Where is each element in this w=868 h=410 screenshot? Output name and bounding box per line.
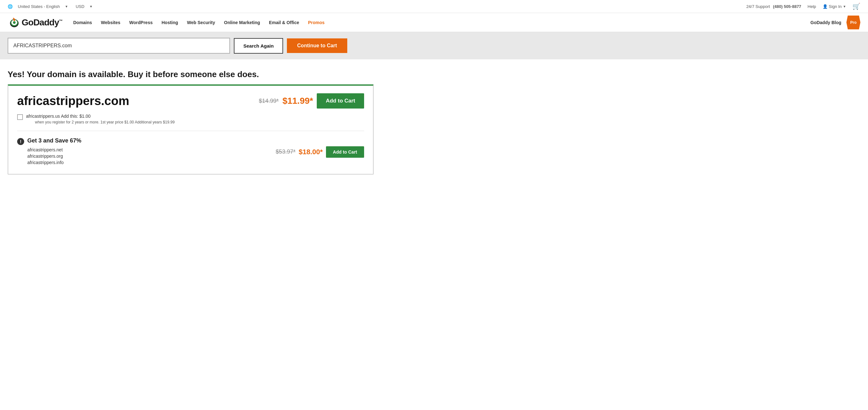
pro-badge[interactable]: Pro: [846, 15, 860, 30]
domain-main-row: africastrippers.com $14.99* $11.99* Add …: [17, 93, 364, 108]
domain-card: africastrippers.com $14.99* $11.99* Add …: [8, 84, 374, 174]
nav-promos[interactable]: Promos: [304, 13, 329, 32]
signin-dropdown-arrow: ▼: [843, 5, 846, 8]
search-input-wrap: [8, 38, 230, 54]
bundle-old-price: $53.97*: [276, 148, 296, 155]
bundle-new-price: $18.00*: [299, 148, 323, 156]
search-bar-section: Search Again Continue to Cart: [0, 32, 868, 59]
search-again-button[interactable]: Search Again: [234, 38, 283, 54]
support-info: 24/7 Support (480) 505-8877: [746, 4, 801, 9]
godaddy-blog-link[interactable]: GoDaddy Blog: [810, 20, 841, 25]
nav-web-security[interactable]: Web Security: [183, 13, 220, 32]
bundle-info-icon: !: [17, 138, 24, 145]
locale-dropdown-arrow: ▼: [65, 5, 68, 8]
nav-email-office[interactable]: Email & Office: [265, 13, 304, 32]
locale-selector[interactable]: United States - English: [18, 4, 60, 9]
bundle-domain-1: africastrippers.net: [27, 147, 81, 152]
globe-icon: 🌐: [8, 4, 13, 9]
bundle-info: Get 3 and Save 67% africastrippers.net a…: [27, 137, 81, 166]
bundle-domain-2: africastrippers.org: [27, 153, 81, 159]
support-label: 24/7 Support: [746, 4, 770, 9]
main-domain-new-price: $11.99*: [282, 96, 313, 106]
domain-price-area: $14.99* $11.99* Add to Cart: [259, 93, 364, 108]
add-main-domain-to-cart-button[interactable]: Add to Cart: [317, 93, 364, 108]
top-bar: 🌐 United States - English ▼ USD ▼ 24/7 S…: [0, 0, 868, 13]
bundle-domains: africastrippers.net africastrippers.org …: [27, 147, 81, 165]
upsell-row: africastrippers.us Add this: $1.00 when …: [17, 113, 364, 125]
main-domain-name: africastrippers.com: [17, 94, 129, 108]
svg-rect-4: [13, 19, 15, 21]
bundle-domain-3: africastrippers.info: [27, 160, 81, 165]
nav-wordpress[interactable]: WordPress: [125, 13, 157, 32]
upsell-sub-text: when you register for 2 years or more. 1…: [35, 120, 175, 125]
bundle-left: ! Get 3 and Save 67% africastrippers.net…: [17, 137, 81, 166]
nav-domains[interactable]: Domains: [69, 13, 96, 32]
signin-label: Sign In: [829, 4, 842, 9]
nav-links: Domains Websites WordPress Hosting Web S…: [69, 13, 810, 32]
main-domain-old-price: $14.99*: [259, 98, 279, 104]
main-nav: GoDaddy™ Domains Websites WordPress Host…: [0, 13, 868, 32]
svg-point-3: [13, 21, 16, 24]
continue-to-cart-button[interactable]: Continue to Cart: [287, 38, 347, 53]
godaddy-logo-icon: [8, 16, 21, 29]
nav-online-marketing[interactable]: Online Marketing: [220, 13, 265, 32]
main-content: Yes! Your domain is available. Buy it be…: [0, 59, 381, 187]
bundle-price-area: $53.97* $18.00* Add to Cart: [276, 146, 364, 158]
add-bundle-to-cart-button[interactable]: Add to Cart: [326, 146, 364, 158]
signin-area[interactable]: 👤 Sign In ▼: [823, 4, 846, 9]
upsell-domain: africastrippers.us Add this: $1.00: [26, 113, 91, 119]
bundle-title: Get 3 and Save 67%: [27, 137, 81, 144]
logo-tm: ™: [59, 19, 62, 23]
logo-text: GoDaddy™: [22, 18, 62, 28]
currency-dropdown-arrow: ▼: [90, 5, 93, 8]
nav-hosting[interactable]: Hosting: [157, 13, 182, 32]
card-divider: [17, 131, 364, 131]
support-phone[interactable]: (480) 505-8877: [773, 4, 801, 9]
cart-icon[interactable]: 🛒: [852, 3, 860, 10]
help-link[interactable]: Help: [808, 4, 816, 9]
upsell-checkbox[interactable]: [17, 114, 23, 120]
domain-search-input[interactable]: [8, 38, 230, 54]
bundle-row: ! Get 3 and Save 67% africastrippers.net…: [17, 137, 364, 166]
nav-websites[interactable]: Websites: [97, 13, 125, 32]
availability-headline: Yes! Your domain is available. Buy it be…: [8, 69, 374, 79]
user-icon: 👤: [823, 4, 828, 9]
currency-selector[interactable]: USD: [75, 4, 84, 9]
nav-right: GoDaddy Blog Pro: [810, 15, 860, 30]
logo-area[interactable]: GoDaddy™: [8, 16, 62, 29]
